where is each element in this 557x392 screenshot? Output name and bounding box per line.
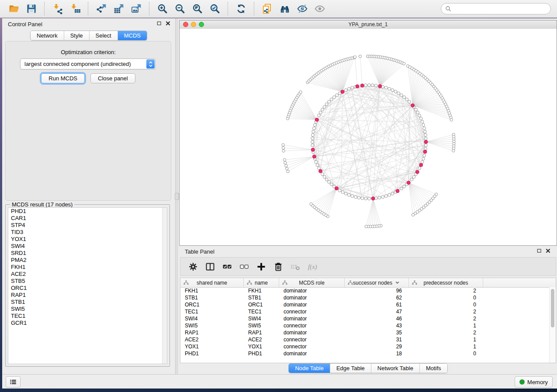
ring-node[interactable] <box>421 120 424 124</box>
mcds-result-list[interactable]: PHD1CAR1STP4TID3YOX1SWI4SRD1PMA2FKH1ACE2… <box>8 207 167 364</box>
ring-node[interactable] <box>348 87 351 90</box>
criterion-select[interactable]: largest connected component (undirected) <box>20 58 156 69</box>
ring-node[interactable] <box>351 195 354 198</box>
zoom-selected-button[interactable] <box>208 2 221 15</box>
mcds-hub-node[interactable] <box>415 170 419 174</box>
ring-node[interactable] <box>403 185 406 188</box>
ring-node[interactable] <box>416 111 419 114</box>
zoom-fit-button[interactable] <box>191 2 204 15</box>
task-history-button[interactable] <box>6 376 21 388</box>
mcds-result-item[interactable]: CAR1 <box>8 215 167 222</box>
table-row[interactable]: ACE2ACE2connector311 <box>180 336 550 343</box>
satellite-node[interactable] <box>283 158 286 161</box>
ring-node[interactable] <box>364 84 367 87</box>
mcds-result-item[interactable]: ACE2 <box>8 271 167 278</box>
ring-node[interactable] <box>321 108 324 111</box>
table-row[interactable]: FKH1FKH1dominator962 <box>180 287 550 294</box>
satellite-node[interactable] <box>299 91 302 93</box>
tab-network[interactable]: Network <box>31 31 64 40</box>
export-image-button[interactable] <box>130 2 143 15</box>
ring-node[interactable] <box>325 103 328 106</box>
ring-node[interactable] <box>323 105 326 108</box>
ring-node[interactable] <box>424 144 427 147</box>
ring-node[interactable] <box>422 157 425 160</box>
satellite-node[interactable] <box>412 213 414 216</box>
mcds-hub-node[interactable] <box>356 85 359 88</box>
mcds-result-item[interactable]: SRD1 <box>8 250 167 257</box>
ring-node[interactable] <box>344 192 347 195</box>
ring-node[interactable] <box>391 89 394 92</box>
mcds-result-item[interactable]: SWI5 <box>8 306 167 313</box>
tab-network-table[interactable]: Network Table <box>371 364 419 373</box>
ring-node[interactable] <box>341 191 344 194</box>
ring-node[interactable] <box>410 178 413 181</box>
scrollbar-thumb[interactable] <box>551 289 554 327</box>
ring-node[interactable] <box>328 181 331 184</box>
mcds-hub-node[interactable] <box>335 186 338 190</box>
ring-node[interactable] <box>330 98 333 101</box>
table-row[interactable]: SWI4SWI4dominator462 <box>180 315 550 322</box>
ring-node[interactable] <box>394 90 397 93</box>
new-network-from-selection-button[interactable] <box>261 2 274 15</box>
ring-node[interactable] <box>424 137 427 140</box>
ring-node[interactable] <box>423 127 426 130</box>
column-header-MCDS-role[interactable]: MCDS role <box>279 278 345 287</box>
ring-node[interactable] <box>344 89 347 92</box>
satellite-node[interactable] <box>452 149 455 152</box>
mcds-hub-node[interactable] <box>360 84 364 87</box>
ring-node[interactable] <box>423 130 426 133</box>
mcds-hub-node[interactable] <box>319 169 322 173</box>
ring-node[interactable] <box>357 196 360 199</box>
close-window-icon[interactable] <box>183 22 188 27</box>
run-mcds-button[interactable]: Run MCDS <box>41 73 85 83</box>
ring-node[interactable] <box>403 96 406 99</box>
ring-node[interactable] <box>361 197 364 200</box>
network-canvas[interactable] <box>180 29 557 245</box>
satellite-node[interactable] <box>310 203 312 205</box>
mcds-hub-node[interactable] <box>407 181 410 185</box>
ring-node[interactable] <box>330 183 333 186</box>
ring-node[interactable] <box>338 189 341 192</box>
table-row[interactable]: YOX1YOX1connector291 <box>180 343 550 350</box>
mcds-hub-node[interactable] <box>311 148 315 151</box>
add-row-button[interactable] <box>256 261 267 272</box>
import-table-button[interactable] <box>69 2 82 15</box>
open-button[interactable] <box>7 2 21 15</box>
ring-node[interactable] <box>397 92 400 95</box>
table-row[interactable]: SWI5SWI5connector431 <box>180 322 550 329</box>
table-row[interactable]: STB1STB1dominator620 <box>180 294 550 301</box>
satellite-node[interactable] <box>287 170 289 173</box>
satellite-node[interactable] <box>282 147 284 149</box>
ring-node[interactable] <box>423 154 426 157</box>
mcds-hub-node[interactable] <box>371 197 375 200</box>
ring-node[interactable] <box>323 175 326 179</box>
tab-motifs[interactable]: Motifs <box>419 364 447 373</box>
tab-mcds[interactable]: MCDS <box>118 31 147 40</box>
column-header-successor-nodes[interactable]: successor nodes <box>345 278 409 287</box>
ring-node[interactable] <box>384 195 387 198</box>
ring-node[interactable] <box>408 100 411 103</box>
satellite-node[interactable] <box>282 149 285 152</box>
save-button[interactable] <box>25 2 38 15</box>
satellite-node[interactable] <box>285 167 288 170</box>
split-view-button[interactable] <box>204 261 216 272</box>
ring-node[interactable] <box>325 178 328 181</box>
satellite-node[interactable] <box>284 164 287 167</box>
ring-node[interactable] <box>368 197 371 200</box>
table-row[interactable]: PHD1PHD1dominator180 <box>180 350 550 357</box>
ring-node[interactable] <box>311 134 315 137</box>
close-panel-icon[interactable] <box>165 21 171 26</box>
ring-node[interactable] <box>332 96 336 99</box>
mcds-result-item[interactable]: SWI4 <box>8 243 167 250</box>
ring-node[interactable] <box>405 98 408 101</box>
ring-node[interactable] <box>400 94 403 97</box>
mcds-result-item[interactable]: PMA2 <box>8 257 167 264</box>
float-panel-icon[interactable] <box>156 21 162 26</box>
network-graph[interactable] <box>180 29 557 245</box>
ring-node[interactable] <box>336 94 339 97</box>
ring-node[interactable] <box>412 175 415 179</box>
maximize-window-icon[interactable] <box>199 22 204 27</box>
satellite-node[interactable] <box>359 55 361 58</box>
ring-node[interactable] <box>312 127 315 130</box>
ring-node[interactable] <box>378 196 381 199</box>
